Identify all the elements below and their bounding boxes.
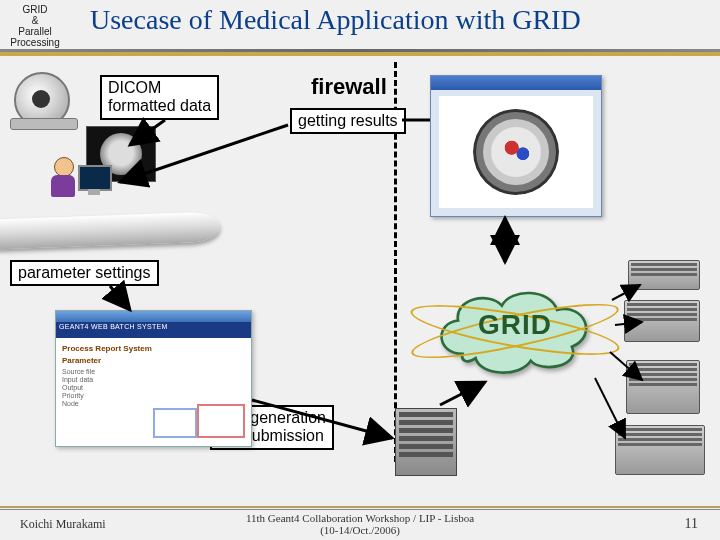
label-dicom: DICOM formatted data <box>100 75 219 120</box>
text: (10-14/Oct./2006) <box>320 524 400 536</box>
footer-page-number: 11 <box>685 516 698 532</box>
results-window <box>430 75 602 217</box>
label-firewall: firewall <box>305 72 393 101</box>
connector-ribbon <box>0 211 220 250</box>
logo-line: GRID <box>0 4 70 15</box>
highlight-box-blue <box>153 408 197 438</box>
server-icon <box>615 425 705 475</box>
form-row: Source file <box>62 368 245 375</box>
ct-slice-image <box>473 109 559 195</box>
logo-line: Parallel <box>0 26 70 37</box>
label-getting-results: getting results <box>290 108 406 134</box>
slide-root: GRID & Parallel Processing Usecase of Me… <box>0 0 720 540</box>
highlight-box-red <box>197 404 245 438</box>
header: GRID & Parallel Processing Usecase of Me… <box>0 0 720 44</box>
server-rack-icon <box>395 408 457 476</box>
footer-rule-grey <box>0 509 720 510</box>
server-icon <box>628 260 700 290</box>
text: formatted data <box>108 97 211 114</box>
header-rule-gold <box>0 52 720 56</box>
window-banner: GEANT4 WEB BATCH SYSTEM <box>56 322 251 338</box>
form-row: Output <box>62 384 245 391</box>
section-heading: Parameter <box>62 356 245 365</box>
label-parameter-settings: parameter settings <box>10 260 159 286</box>
logo-line: & <box>0 15 70 26</box>
footer-event: 11th Geant4 Collaboration Workshop / LIP… <box>0 512 720 536</box>
server-icon <box>626 360 700 414</box>
page-title: Usecase of Medical Application with GRID <box>90 4 710 36</box>
user-at-terminal-icon <box>50 155 110 215</box>
section-heading: Process Report System <box>62 344 245 353</box>
text: 11th Geant4 Collaboration Workshop / LIP… <box>246 512 474 524</box>
form-row: Priority <box>62 392 245 399</box>
grid-label: GRID <box>415 309 615 341</box>
svg-line-4 <box>110 286 130 310</box>
form-row: Input data <box>62 376 245 383</box>
window-titlebar <box>431 76 601 90</box>
text: DICOM <box>108 79 161 96</box>
window-titlebar <box>56 311 251 322</box>
server-icon <box>624 300 700 342</box>
grid-cloud: GRID <box>415 265 615 390</box>
logo-line: Processing <box>0 37 70 48</box>
footer-rule-gold <box>0 506 720 508</box>
window-body <box>439 96 593 208</box>
logo-block: GRID & Parallel Processing <box>0 0 70 54</box>
ct-scanner-icon <box>10 72 80 132</box>
parameter-window: GEANT4 WEB BATCH SYSTEM Process Report S… <box>55 310 252 447</box>
